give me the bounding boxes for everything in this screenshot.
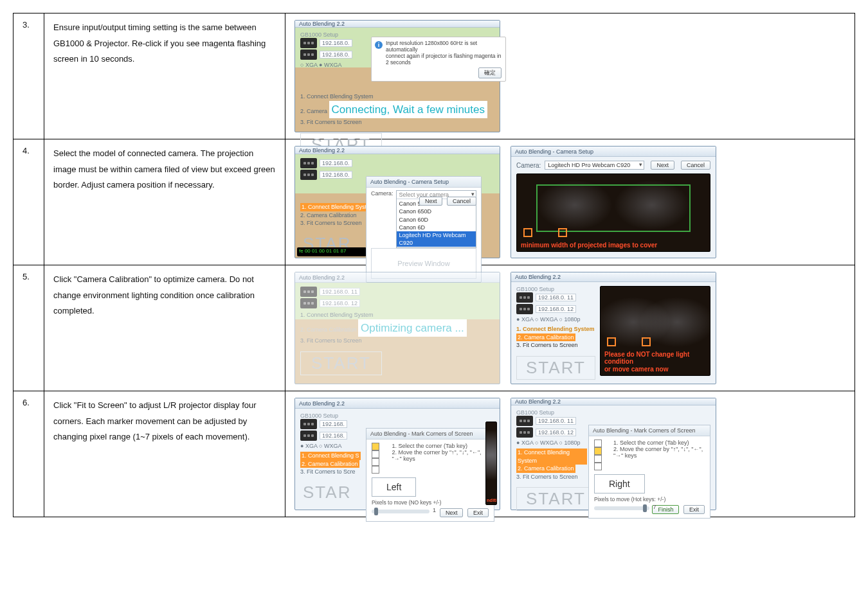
dropdown-placeholder: Select your camera bbox=[397, 191, 476, 199]
projector-markers bbox=[607, 337, 651, 346]
marker-icon bbox=[558, 228, 567, 237]
port-icon bbox=[300, 49, 317, 60]
dropdown-option[interactable]: Logitech HD Pro Webcam C920 bbox=[397, 231, 476, 247]
projector-markers bbox=[523, 228, 567, 237]
pixels-value: 7 bbox=[653, 504, 656, 510]
start-label: START bbox=[516, 487, 595, 511]
screenshot-step6-right: Auto Blending 2.2 GB1000 Setup 192.168.0… bbox=[511, 398, 716, 510]
pixels-slider[interactable]: 1 bbox=[372, 510, 429, 513]
window-title: Auto Blending 2.2 bbox=[511, 272, 716, 282]
table-row: 4. Select the model of connected camera.… bbox=[14, 139, 855, 265]
info-line: Input resolution 1280x800 60Hz is set au… bbox=[386, 40, 502, 53]
camera-dropdown[interactable]: Logitech HD Pro Webcam C920 bbox=[545, 161, 644, 170]
start-label: START bbox=[300, 351, 382, 375]
screenshot-step5-optimizing: Auto Blending 2.2 192.168.0. 11 192.168.… bbox=[294, 272, 500, 384]
step-description: Click "Camera Calibration" to optimize c… bbox=[53, 272, 276, 319]
corner-bl[interactable] bbox=[594, 455, 602, 463]
port-icon bbox=[300, 298, 317, 308]
corner-tl[interactable] bbox=[594, 440, 602, 447]
next-button[interactable]: Next bbox=[651, 161, 674, 170]
terminal-readout: fe 00 01 00 01 01 87 bbox=[297, 247, 366, 256]
help-line: 1. Select the corner (Tab key) bbox=[613, 440, 705, 446]
next-button[interactable]: Next bbox=[440, 508, 464, 517]
port-icon bbox=[516, 292, 533, 303]
steps-list: 1. Connect Blending System 2. Camera Cal… bbox=[516, 325, 595, 350]
exit-button[interactable]: Exit bbox=[683, 505, 705, 514]
step-number: 5. bbox=[14, 265, 44, 391]
calibration-preview: Please do NOT change light condition or … bbox=[600, 286, 710, 376]
radio-1080p: 1080p bbox=[559, 316, 580, 323]
camera-setup-dialog: Auto Blending - Camera Setup Camera: Sel… bbox=[366, 176, 482, 283]
radio-wxga: WXGA bbox=[535, 316, 557, 323]
corner-tr[interactable] bbox=[372, 450, 379, 458]
corner-br[interactable] bbox=[594, 463, 602, 470]
mark-corners-dialog: Auto Blending - Mark Corners of Screen 1… bbox=[588, 425, 710, 519]
port-icon bbox=[300, 158, 317, 168]
pixels-slider[interactable]: 7 bbox=[594, 506, 649, 510]
ip-field: 192.168. bbox=[320, 432, 347, 440]
marker-icon bbox=[607, 337, 616, 346]
help-line: 1. Select the corner (Tab key) bbox=[392, 443, 489, 449]
ip-field: 192.168.0. bbox=[320, 159, 352, 167]
dropdown-option[interactable]: Canon 60D bbox=[399, 217, 429, 223]
help-line: 2. Move the corner by "↑", "↓", "←", "→"… bbox=[613, 446, 705, 459]
camera-label: Camera: bbox=[516, 162, 541, 169]
marker-icon bbox=[523, 228, 532, 237]
step-connect: 1. Connect Blending System bbox=[300, 93, 494, 101]
corner-selector[interactable] bbox=[372, 443, 388, 474]
resolution-radios: XGA WXGA bbox=[300, 443, 365, 449]
step-camera: 2. Camera Calibration bbox=[516, 333, 575, 342]
ip-field: 192.168.0. 11 bbox=[536, 417, 576, 425]
corner-selector[interactable] bbox=[594, 440, 610, 470]
step-description: Ensure input/output timing setting is th… bbox=[53, 20, 276, 67]
step-camera: 2. Camera Calibration bbox=[516, 465, 575, 473]
dropdown-selected: Logitech HD Pro Webcam C920 bbox=[545, 161, 644, 169]
panel-header: GB1000 Setup bbox=[516, 286, 595, 292]
corner-tr[interactable] bbox=[594, 447, 602, 455]
ip-field: 192.168.0. 11 bbox=[320, 288, 360, 296]
step-fit: 3. Fit Corners to Screen bbox=[516, 341, 595, 350]
step-connect: 1. Connect Blending S bbox=[300, 452, 361, 460]
step-camera-status: 2. Camera Calibration Optimizing camera … bbox=[300, 319, 494, 337]
ip-field: 192.168.0. bbox=[320, 171, 352, 179]
pixels-value: 1 bbox=[433, 507, 436, 513]
corner-br[interactable] bbox=[372, 466, 379, 474]
ip-field: 192.168. bbox=[320, 420, 347, 428]
window-title: Auto Blending 2.2 bbox=[295, 147, 500, 154]
step-fit: 3. Fit Corners to Screen bbox=[300, 118, 494, 127]
ip-field: 192.168.0. 12 bbox=[320, 299, 360, 307]
window-title: Auto Blending 2.2 bbox=[511, 398, 716, 405]
cancel-button[interactable]: Cancel bbox=[681, 161, 710, 170]
radio-xga: XGA bbox=[300, 62, 317, 68]
step-connect: 1. Connect Blending System bbox=[516, 449, 587, 465]
panel-header: GB1000 Setup bbox=[300, 413, 365, 419]
warning-caption: or move camera now bbox=[604, 366, 668, 373]
steps-list: 1. Connect Blending System 2. Camera Cal… bbox=[300, 311, 494, 345]
radio-1080p: 1080p bbox=[559, 440, 580, 446]
pixels-label: Pixels to move (Hot keys: +/-) bbox=[594, 496, 705, 502]
window-title: Auto Blending 2.2 bbox=[295, 398, 500, 409]
finish-button[interactable]: Finish bbox=[652, 505, 679, 514]
warning-caption: Please do NOT change light condition bbox=[604, 351, 710, 365]
step-description: Click "Fit to Screen" to adjust L/R proj… bbox=[53, 398, 276, 445]
camera-preview: minimum width of projected images to cov… bbox=[516, 173, 710, 252]
ip-field: 192.168.0. 12 bbox=[536, 429, 576, 436]
step-connect: 1. Connect Blending System bbox=[516, 325, 595, 333]
corner-tl[interactable] bbox=[372, 443, 379, 450]
pixels-label: Pixels to move (NO keys +/-) bbox=[372, 499, 489, 506]
dropdown-option[interactable]: Canon 6D bbox=[399, 224, 426, 231]
radio-xga: XGA bbox=[300, 443, 317, 449]
dropdown-option[interactable]: Canon 650D bbox=[399, 208, 432, 215]
screenshot-step3: Auto Blending 2.2 GB1000 Setup 192.168.0… bbox=[294, 20, 500, 132]
dialog-title: Auto Blending - Mark Corners of Screen bbox=[589, 425, 710, 436]
port-icon bbox=[516, 304, 533, 314]
side-scene-strip: ndition bbox=[485, 422, 497, 505]
step-number: 3. bbox=[14, 13, 44, 139]
corner-bl[interactable] bbox=[372, 458, 379, 466]
ok-button[interactable]: 確定 bbox=[478, 67, 502, 78]
exit-button[interactable]: Exit bbox=[467, 508, 489, 517]
side-label-left: Left bbox=[372, 477, 416, 497]
info-dialog: Input resolution 1280x800 60Hz is set au… bbox=[371, 37, 506, 82]
step-fit: 3. Fit Corners to Screen bbox=[300, 337, 494, 345]
screenshot-step4-select: Auto Blending 2.2 192.168.0. 192.168.0. … bbox=[294, 146, 500, 258]
